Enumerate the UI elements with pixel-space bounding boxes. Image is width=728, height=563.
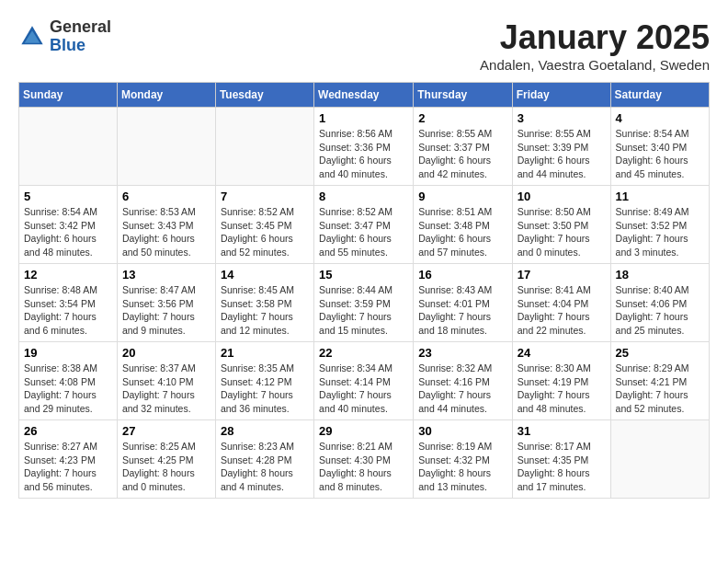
calendar-cell: 25Sunrise: 8:29 AM Sunset: 4:21 PM Dayli…: [610, 342, 709, 420]
calendar-cell: 21Sunrise: 8:35 AM Sunset: 4:12 PM Dayli…: [215, 342, 313, 420]
calendar-week-row: 19Sunrise: 8:38 AM Sunset: 4:08 PM Dayli…: [19, 342, 710, 420]
day-number: 31: [518, 424, 606, 438]
day-number: 4: [616, 111, 704, 125]
day-info: Sunrise: 8:34 AM Sunset: 4:14 PM Dayligh…: [319, 362, 408, 416]
calendar-week-row: 12Sunrise: 8:48 AM Sunset: 3:54 PM Dayli…: [19, 264, 710, 342]
month-title: January 2025: [480, 18, 710, 57]
calendar-cell: 1Sunrise: 8:56 AM Sunset: 3:36 PM Daylig…: [314, 108, 414, 186]
calendar-cell: 20Sunrise: 8:37 AM Sunset: 4:10 PM Dayli…: [117, 342, 215, 420]
day-number: 10: [518, 190, 606, 203]
day-info: Sunrise: 8:30 AM Sunset: 4:19 PM Dayligh…: [518, 362, 606, 416]
calendar-week-row: 1Sunrise: 8:56 AM Sunset: 3:36 PM Daylig…: [19, 108, 710, 186]
day-info: Sunrise: 8:32 AM Sunset: 4:16 PM Dayligh…: [418, 362, 506, 416]
calendar-cell: 2Sunrise: 8:55 AM Sunset: 3:37 PM Daylig…: [414, 108, 512, 186]
logo-blue: Blue: [50, 37, 111, 55]
day-number: 14: [221, 268, 309, 282]
day-info: Sunrise: 8:49 AM Sunset: 3:52 PM Dayligh…: [616, 205, 704, 259]
day-number: 6: [122, 190, 210, 203]
calendar-cell: 15Sunrise: 8:44 AM Sunset: 3:59 PM Dayli…: [314, 264, 414, 342]
day-info: Sunrise: 8:19 AM Sunset: 4:32 PM Dayligh…: [418, 440, 506, 494]
day-info: Sunrise: 8:52 AM Sunset: 3:45 PM Dayligh…: [221, 205, 309, 259]
day-info: Sunrise: 8:54 AM Sunset: 3:42 PM Dayligh…: [24, 205, 112, 259]
calendar-cell: 3Sunrise: 8:55 AM Sunset: 3:39 PM Daylig…: [512, 108, 610, 186]
calendar-cell: 14Sunrise: 8:45 AM Sunset: 3:58 PM Dayli…: [215, 264, 313, 342]
day-info: Sunrise: 8:50 AM Sunset: 3:50 PM Dayligh…: [518, 205, 606, 259]
weekday-header: Wednesday: [314, 83, 414, 108]
calendar-cell: 10Sunrise: 8:50 AM Sunset: 3:50 PM Dayli…: [512, 186, 610, 264]
calendar-cell: 11Sunrise: 8:49 AM Sunset: 3:52 PM Dayli…: [610, 186, 709, 264]
day-info: Sunrise: 8:55 AM Sunset: 3:37 PM Dayligh…: [418, 127, 506, 181]
day-info: Sunrise: 8:17 AM Sunset: 4:35 PM Dayligh…: [518, 440, 606, 494]
calendar-cell: 28Sunrise: 8:23 AM Sunset: 4:28 PM Dayli…: [215, 420, 313, 499]
day-number: 30: [418, 424, 506, 438]
calendar-cell: 8Sunrise: 8:52 AM Sunset: 3:47 PM Daylig…: [314, 186, 414, 264]
day-number: 26: [24, 424, 112, 438]
calendar-cell: 16Sunrise: 8:43 AM Sunset: 4:01 PM Dayli…: [414, 264, 512, 342]
day-info: Sunrise: 8:35 AM Sunset: 4:12 PM Dayligh…: [221, 362, 309, 416]
calendar-cell: 13Sunrise: 8:47 AM Sunset: 3:56 PM Dayli…: [117, 264, 215, 342]
weekday-header: Saturday: [610, 83, 709, 108]
calendar-cell: 22Sunrise: 8:34 AM Sunset: 4:14 PM Dayli…: [314, 342, 414, 420]
day-info: Sunrise: 8:37 AM Sunset: 4:10 PM Dayligh…: [122, 362, 210, 416]
day-number: 23: [418, 346, 506, 360]
day-info: Sunrise: 8:27 AM Sunset: 4:23 PM Dayligh…: [24, 440, 112, 494]
day-number: 1: [319, 111, 408, 125]
day-info: Sunrise: 8:56 AM Sunset: 3:36 PM Dayligh…: [319, 127, 408, 181]
weekday-header: Sunday: [19, 83, 118, 108]
day-number: 24: [518, 346, 606, 360]
day-info: Sunrise: 8:48 AM Sunset: 3:54 PM Dayligh…: [24, 283, 112, 338]
calendar-cell: [117, 108, 215, 186]
calendar-cell: 31Sunrise: 8:17 AM Sunset: 4:35 PM Dayli…: [512, 420, 610, 499]
day-info: Sunrise: 8:51 AM Sunset: 3:48 PM Dayligh…: [418, 205, 506, 259]
day-number: 15: [319, 268, 408, 282]
day-number: 13: [122, 268, 210, 282]
day-number: 19: [24, 346, 112, 360]
calendar-cell: 7Sunrise: 8:52 AM Sunset: 3:45 PM Daylig…: [215, 186, 313, 264]
day-info: Sunrise: 8:25 AM Sunset: 4:25 PM Dayligh…: [122, 440, 210, 494]
day-info: Sunrise: 8:38 AM Sunset: 4:08 PM Dayligh…: [24, 362, 112, 416]
day-info: Sunrise: 8:29 AM Sunset: 4:21 PM Dayligh…: [616, 362, 704, 416]
day-number: 17: [518, 268, 606, 282]
day-number: 9: [418, 190, 506, 203]
day-number: 27: [122, 424, 210, 438]
calendar-cell: [19, 108, 118, 186]
calendar-cell: 6Sunrise: 8:53 AM Sunset: 3:43 PM Daylig…: [117, 186, 215, 264]
day-number: 22: [319, 346, 408, 360]
calendar-cell: 24Sunrise: 8:30 AM Sunset: 4:19 PM Dayli…: [512, 342, 610, 420]
day-number: 29: [319, 424, 408, 438]
weekday-header: Thursday: [414, 83, 512, 108]
day-number: 12: [24, 268, 112, 282]
day-info: Sunrise: 8:21 AM Sunset: 4:30 PM Dayligh…: [319, 440, 408, 494]
day-info: Sunrise: 8:47 AM Sunset: 3:56 PM Dayligh…: [122, 283, 210, 338]
day-info: Sunrise: 8:52 AM Sunset: 3:47 PM Dayligh…: [319, 205, 408, 259]
calendar-cell: 19Sunrise: 8:38 AM Sunset: 4:08 PM Dayli…: [19, 342, 118, 420]
day-number: 21: [221, 346, 309, 360]
day-info: Sunrise: 8:45 AM Sunset: 3:58 PM Dayligh…: [221, 283, 309, 338]
day-number: 25: [616, 346, 704, 360]
calendar-cell: [610, 420, 709, 499]
calendar-week-row: 5Sunrise: 8:54 AM Sunset: 3:42 PM Daylig…: [19, 186, 710, 264]
weekday-header: Tuesday: [215, 83, 313, 108]
day-info: Sunrise: 8:43 AM Sunset: 4:01 PM Dayligh…: [418, 283, 506, 338]
calendar-cell: 9Sunrise: 8:51 AM Sunset: 3:48 PM Daylig…: [414, 186, 512, 264]
location: Andalen, Vaestra Goetaland, Sweden: [480, 57, 710, 73]
day-number: 5: [24, 190, 112, 203]
calendar-cell: 26Sunrise: 8:27 AM Sunset: 4:23 PM Dayli…: [19, 420, 118, 499]
weekday-header-row: SundayMondayTuesdayWednesdayThursdayFrid…: [19, 83, 710, 108]
day-number: 2: [418, 111, 506, 125]
calendar-cell: 27Sunrise: 8:25 AM Sunset: 4:25 PM Dayli…: [117, 420, 215, 499]
calendar-cell: 29Sunrise: 8:21 AM Sunset: 4:30 PM Dayli…: [314, 420, 414, 499]
day-info: Sunrise: 8:44 AM Sunset: 3:59 PM Dayligh…: [319, 283, 408, 338]
day-info: Sunrise: 8:40 AM Sunset: 4:06 PM Dayligh…: [616, 283, 704, 338]
logo-icon: [18, 23, 46, 51]
day-info: Sunrise: 8:23 AM Sunset: 4:28 PM Dayligh…: [221, 440, 309, 494]
calendar-cell: 17Sunrise: 8:41 AM Sunset: 4:04 PM Dayli…: [512, 264, 610, 342]
calendar-cell: [215, 108, 313, 186]
calendar-cell: 5Sunrise: 8:54 AM Sunset: 3:42 PM Daylig…: [19, 186, 118, 264]
page-header: General Blue January 2025 Andalen, Vaest…: [18, 18, 710, 73]
day-info: Sunrise: 8:53 AM Sunset: 3:43 PM Dayligh…: [122, 205, 210, 259]
title-block: January 2025 Andalen, Vaestra Goetaland,…: [480, 18, 710, 73]
day-number: 28: [221, 424, 309, 438]
logo: General Blue: [18, 18, 111, 55]
calendar-week-row: 26Sunrise: 8:27 AM Sunset: 4:23 PM Dayli…: [19, 420, 710, 499]
